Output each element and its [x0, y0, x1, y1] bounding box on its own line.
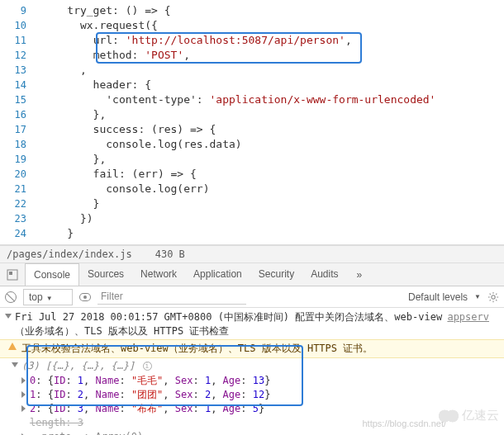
code-line[interactable]: 20 fail: (err) => {: [0, 167, 504, 182]
code-line[interactable]: 13 ,: [0, 63, 504, 78]
line-number: 18: [0, 137, 41, 152]
svg-rect-1: [9, 272, 12, 275]
console-array-entry[interactable]: (3) [{…}, {…}, {…}] i: [0, 358, 504, 374]
chevron-down-icon[interactable]: [12, 362, 18, 367]
code-line[interactable]: 22 }: [0, 196, 504, 211]
line-number: 14: [0, 78, 41, 92]
log-levels-selector[interactable]: Default levels▼: [408, 291, 481, 303]
code-content: try_get: () => {: [41, 3, 171, 18]
watermark-logo: 亿速云: [439, 408, 499, 423]
line-number: 19: [0, 152, 41, 167]
code-content: },: [41, 107, 106, 122]
array-proto-line[interactable]: __proto__: Array(0): [0, 430, 504, 435]
line-number: 15: [0, 92, 41, 107]
line-number: 24: [0, 226, 41, 241]
code-content: 'content-type': 'application/x-www-form-…: [41, 92, 435, 107]
code-content: header: {: [41, 78, 151, 92]
code-line[interactable]: 21 console.log(err): [0, 182, 504, 196]
array-item[interactable]: 0: {ID: 1, Name: "毛毛", Sex: 1, Age: 13}: [0, 374, 504, 388]
line-number: 16: [0, 107, 41, 122]
console-log-entry[interactable]: appserv Fri Jul 27 2018 00:01:57 GMT+080…: [0, 310, 504, 339]
line-number: 20: [0, 167, 41, 182]
array-item[interactable]: 2: {ID: 3, Name: "布布", Sex: 1, Age: 5}: [0, 402, 504, 416]
warning-message: 工具未校验合法域名、web-view（业务域名）、TLS 版本以及 HTTPS …: [21, 343, 373, 354]
log-message: Fri Jul 27 2018 00:01:57 GMT+0800 (中国标准时…: [15, 311, 442, 337]
tab-sources[interactable]: Sources: [79, 263, 132, 286]
code-content: console.log(err): [41, 182, 210, 196]
code-line[interactable]: 14 header: {: [0, 78, 504, 92]
devtools-tab-bar: ConsoleSourcesNetworkApplicationSecurity…: [0, 263, 504, 286]
code-content: ,: [41, 63, 87, 78]
chevron-right-icon[interactable]: [21, 377, 26, 384]
line-number: 22: [0, 196, 41, 211]
code-line[interactable]: 12 method: 'POST',: [0, 48, 504, 63]
filter-input[interactable]: Filter: [97, 289, 246, 305]
chevron-right-icon[interactable]: [21, 391, 26, 398]
code-editor: 9 try_get: () => {10 wx.request({11 url:…: [0, 0, 504, 245]
code-line[interactable]: 18 console.log(res.data): [0, 137, 504, 152]
code-content: fail: (err) => {: [41, 167, 197, 182]
tab-console[interactable]: Console: [25, 263, 79, 286]
tab-network[interactable]: Network: [132, 263, 185, 286]
file-path: /pages/index/index.js: [7, 248, 132, 260]
info-icon[interactable]: i: [143, 362, 152, 371]
tab-audits[interactable]: Audits: [302, 263, 346, 286]
code-content: }: [41, 226, 74, 241]
line-number: 11: [0, 33, 41, 48]
context-selector[interactable]: top▼: [23, 289, 73, 305]
code-content: }): [41, 211, 93, 226]
code-line[interactable]: 16 },: [0, 107, 504, 122]
line-number: 9: [0, 3, 41, 18]
gear-icon[interactable]: [487, 291, 499, 303]
watermark-url: https://blog.csdn.net/: [362, 418, 446, 428]
chevron-down-icon[interactable]: [5, 314, 12, 319]
console-toolbar: top▼ Filter Default levels▼: [0, 286, 504, 308]
line-number: 10: [0, 18, 41, 33]
warning-icon: [8, 343, 17, 350]
code-line[interactable]: 15 'content-type': 'application/x-www-fo…: [0, 92, 504, 107]
code-content: },: [41, 152, 106, 167]
file-status-bar: /pages/index/index.js 430 B: [0, 245, 504, 263]
code-line[interactable]: 11 url: 'http://localhost:5087/api/perso…: [0, 33, 504, 48]
code-content: wx.request({: [41, 18, 158, 33]
tab-application[interactable]: Application: [185, 263, 250, 286]
file-size: 430 B: [155, 248, 185, 260]
chevron-right-icon[interactable]: [21, 405, 26, 412]
array-item[interactable]: 1: {ID: 2, Name: "团团", Sex: 2, Age: 12}: [0, 388, 504, 402]
code-content: success: (res) => {: [41, 122, 216, 137]
line-number: 23: [0, 211, 41, 226]
tab-security[interactable]: Security: [250, 263, 302, 286]
code-content: url: 'http://localhost:5087/api/person',: [41, 33, 352, 48]
code-line[interactable]: 10 wx.request({: [0, 18, 504, 33]
logo-icon: [439, 409, 459, 423]
clear-console-icon[interactable]: [5, 291, 17, 303]
line-number: 17: [0, 122, 41, 137]
tabs-overflow-icon[interactable]: »: [350, 264, 369, 286]
svg-point-2: [492, 295, 495, 298]
code-line[interactable]: 17 success: (res) => {: [0, 122, 504, 137]
code-line[interactable]: 9 try_get: () => {: [0, 3, 504, 18]
code-content: }: [41, 196, 99, 211]
console-warning-entry[interactable]: 工具未校验合法域名、web-view（业务域名）、TLS 版本以及 HTTPS …: [0, 339, 504, 358]
code-content: console.log(res.data): [41, 137, 242, 152]
code-line[interactable]: 19 },: [0, 152, 504, 167]
code-content: method: 'POST',: [41, 48, 190, 63]
elements-icon[interactable]: [5, 267, 20, 282]
line-number: 21: [0, 182, 41, 196]
array-preview: (3) [{…}, {…}, {…}]: [21, 360, 135, 371]
code-line[interactable]: 24 }: [0, 226, 504, 241]
log-source-link[interactable]: appserv: [447, 310, 489, 324]
line-number: 12: [0, 48, 41, 63]
code-line[interactable]: 23 }): [0, 211, 504, 226]
line-number: 13: [0, 63, 41, 78]
live-expression-icon[interactable]: [79, 293, 91, 301]
console-output: appserv Fri Jul 27 2018 00:01:57 GMT+080…: [0, 308, 504, 435]
